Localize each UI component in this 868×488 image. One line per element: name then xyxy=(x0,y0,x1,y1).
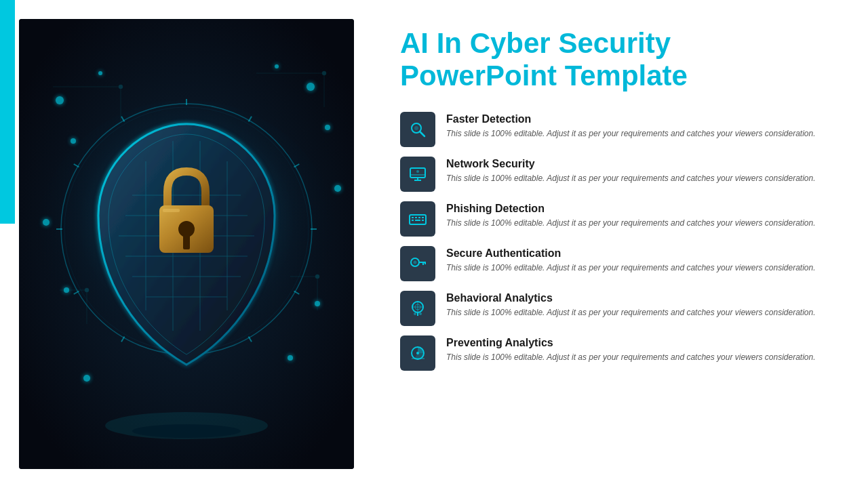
feature-text-network-security: Network Security This slide is 100% edit… xyxy=(446,157,834,184)
svg-point-77 xyxy=(414,260,417,264)
page-title: AI In Cyber Security PowerPoint Template xyxy=(400,27,834,93)
feature-desc-behavioral-analytics: This slide is 100% editable. Adjust it a… xyxy=(446,307,834,319)
feature-title-faster-detection: Faster Detection xyxy=(446,113,834,125)
feature-desc-phishing-detection: This slide is 100% editable. Adjust it a… xyxy=(446,218,834,229)
svg-point-84 xyxy=(419,312,422,315)
search-icon xyxy=(400,112,435,147)
feature-desc-preventing-analytics: This slide is 100% editable. Adjust it a… xyxy=(446,352,834,363)
feature-title-network-security: Network Security xyxy=(446,158,834,170)
svg-rect-70 xyxy=(412,220,414,221)
svg-point-19 xyxy=(307,83,315,91)
feature-title-behavioral-analytics: Behavioral Analytics xyxy=(446,292,834,304)
feature-item-preventing-analytics: Preventing Analytics This slide is 100% … xyxy=(400,336,834,371)
svg-point-22 xyxy=(315,301,320,306)
right-panel: AI In Cyber Security PowerPoint Template… xyxy=(359,0,868,488)
svg-rect-53 xyxy=(183,235,190,249)
hero-image xyxy=(19,19,354,469)
left-panel xyxy=(0,0,359,488)
svg-point-13 xyxy=(85,288,89,292)
svg-point-21 xyxy=(334,185,341,192)
feature-desc-secure-authentication: This slide is 100% editable. Adjust it a… xyxy=(446,262,834,274)
svg-point-59 xyxy=(414,126,418,130)
feature-item-faster-detection: Faster Detection This slide is 100% edit… xyxy=(400,112,834,147)
svg-point-83 xyxy=(414,312,416,315)
svg-point-17 xyxy=(43,219,50,226)
feature-text-faster-detection: Faster Detection This slide is 100% edit… xyxy=(446,112,834,140)
monitor-icon xyxy=(400,157,435,192)
svg-rect-66 xyxy=(412,217,414,218)
feature-text-preventing-analytics: Preventing Analytics This slide is 100% … xyxy=(446,336,834,363)
svg-point-86 xyxy=(416,352,419,354)
svg-rect-71 xyxy=(415,220,420,221)
svg-point-56 xyxy=(132,424,241,438)
svg-point-25 xyxy=(83,375,90,382)
svg-point-18 xyxy=(64,287,69,293)
brain-icon xyxy=(400,291,435,326)
cyan-accent-bar xyxy=(0,0,15,224)
feature-item-secure-authentication: Secure Authentication This slide is 100%… xyxy=(400,246,834,281)
feature-item-behavioral-analytics: Behavioral Analytics This slide is 100% … xyxy=(400,291,834,326)
svg-rect-69 xyxy=(422,217,424,218)
feature-desc-faster-detection: This slide is 100% editable. Adjust it a… xyxy=(446,128,834,140)
svg-point-26 xyxy=(288,355,293,361)
key-icon xyxy=(400,246,435,281)
svg-point-64 xyxy=(416,170,419,173)
feature-item-network-security: Network Security This slide is 100% edit… xyxy=(400,157,834,192)
svg-rect-72 xyxy=(422,220,424,221)
svg-rect-54 xyxy=(163,209,180,212)
svg-rect-68 xyxy=(418,217,420,218)
svg-point-15 xyxy=(56,96,64,104)
svg-rect-67 xyxy=(415,217,417,218)
feature-desc-network-security: This slide is 100% editable. Adjust it a… xyxy=(446,173,834,184)
feature-item-phishing-detection: Phishing Detection This slide is 100% ed… xyxy=(400,201,834,237)
svg-point-24 xyxy=(275,64,279,68)
svg-point-23 xyxy=(98,71,102,75)
feature-title-secure-authentication: Secure Authentication xyxy=(446,247,834,260)
svg-point-20 xyxy=(325,125,330,130)
keyboard-icon xyxy=(400,201,435,237)
feature-text-secure-authentication: Secure Authentication This slide is 100%… xyxy=(446,246,834,274)
chart-icon xyxy=(400,336,435,371)
feature-text-behavioral-analytics: Behavioral Analytics This slide is 100% … xyxy=(446,291,834,319)
svg-point-16 xyxy=(71,138,76,144)
svg-point-11 xyxy=(119,85,123,89)
feature-text-phishing-detection: Phishing Detection This slide is 100% ed… xyxy=(446,201,834,229)
feature-title-preventing-analytics: Preventing Analytics xyxy=(446,337,834,349)
features-list: Faster Detection This slide is 100% edit… xyxy=(400,112,834,468)
feature-title-phishing-detection: Phishing Detection xyxy=(446,203,834,215)
svg-point-14 xyxy=(315,274,319,279)
svg-point-12 xyxy=(322,71,326,75)
svg-line-58 xyxy=(420,131,425,136)
